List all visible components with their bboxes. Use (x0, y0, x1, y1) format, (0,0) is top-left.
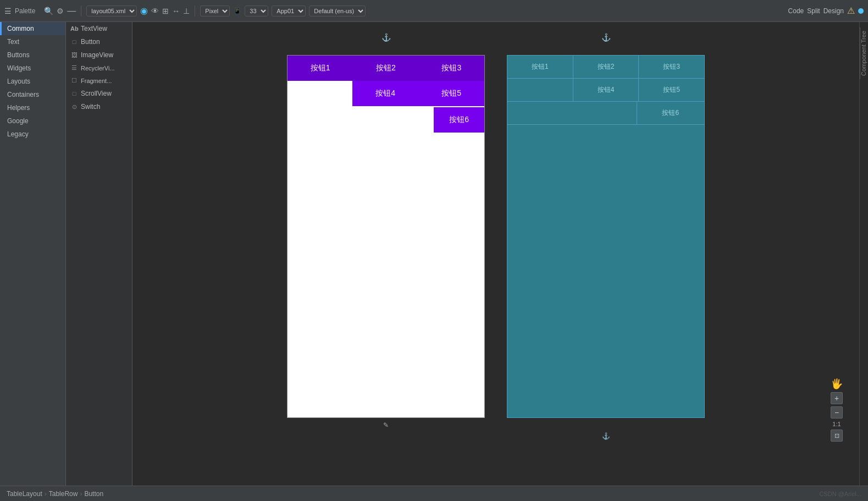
grid-icon[interactable]: ⊞ (162, 7, 169, 15)
toolbar: ☰ Palette 🔍 ⚙ — layout05.xml ◉ 👁 ⊞ ↔ ⊥ P… (0, 0, 868, 22)
breadcrumb-button[interactable]: Button (84, 490, 103, 498)
bp-row-1: 按钮1 按钮2 按钮3 (507, 56, 704, 79)
search-icon[interactable]: 🔍 (44, 7, 53, 15)
hand-cursor-icon: 🖐 (831, 378, 843, 390)
button-icon: □ (70, 38, 78, 45)
component-tree-label: Component Tree (860, 27, 868, 79)
breadcrumb-sep-1: › (45, 490, 47, 498)
component-label-switch: Switch (81, 103, 100, 111)
palette-category-google[interactable]: Google (0, 114, 65, 128)
textview-icon: Ab (70, 25, 78, 32)
palette-categories: Common Text Buttons Widgets Layouts Cont… (0, 22, 66, 486)
bp-row-2: 按钮4 按钮5 (507, 79, 704, 102)
menu-icon: ☰ (4, 7, 12, 15)
component-recyclerview[interactable]: ☰ RecyclerVi... (66, 62, 132, 74)
component-label-recyclerview: RecyclerVi... (81, 65, 115, 71)
zoom-controls: 🖐 + − 1:1 ⊡ (831, 378, 843, 442)
table-row-2-inner: 按钮4 按钮5 (352, 81, 484, 106)
align-icon[interactable]: ⊥ (183, 7, 190, 15)
button-2[interactable]: 按钮2 (353, 56, 418, 81)
breadcrumb-tablelayout[interactable]: TableLayout (7, 490, 42, 498)
palette-panel: Common Text Buttons Widgets Layouts Cont… (0, 22, 132, 486)
palette-category-text[interactable]: Text (0, 35, 65, 48)
settings-icon[interactable]: ⚙ (57, 7, 64, 15)
main-area: Common Text Buttons Widgets Layouts Cont… (0, 22, 868, 486)
switch-icon: ⊙ (70, 103, 78, 111)
palette-label: Palette (15, 7, 35, 15)
zoom-out-button[interactable]: − (831, 406, 843, 419)
bp-cell-2: 按钮2 (573, 56, 639, 78)
credit-label: CSDN @Ariel... (819, 491, 861, 497)
button-1[interactable]: 按钮1 (288, 56, 353, 81)
palette-category-legacy[interactable]: Legacy (0, 128, 65, 141)
pixel-select[interactable]: Pixel (200, 5, 230, 16)
bp-row-3: 按钮6 (507, 102, 704, 125)
arrows-icon[interactable]: ↔ (172, 7, 180, 15)
button-4[interactable]: 按钮4 (352, 81, 418, 106)
component-label-button: Button (81, 38, 100, 46)
phone-icon: 📱 (233, 7, 241, 15)
blueprint-view-container: ⚓ 按钮1 按钮2 按钮3 按钮4 按钮5 按钮6 (507, 44, 705, 429)
filename-select[interactable]: layout05.xml (86, 5, 137, 16)
component-switch[interactable]: ⊙ Switch (66, 100, 132, 113)
notification-dot (858, 8, 864, 14)
component-label-textview: TextView (81, 25, 107, 32)
separator-2 (195, 5, 195, 16)
split-btn[interactable]: Split (807, 7, 820, 15)
eye-icon[interactable]: 👁 (151, 7, 159, 15)
palette-category-common[interactable]: Common (0, 22, 65, 35)
zoom-ratio-label: 1:1 (831, 421, 843, 427)
design-btn[interactable]: Design (823, 7, 844, 15)
app-select[interactable]: App01 (272, 5, 306, 16)
zoom-in-button[interactable]: + (831, 392, 843, 404)
breadcrumb-sep-2: › (80, 490, 82, 498)
component-textview[interactable]: Ab TextView (66, 22, 132, 35)
bp-cell-4: 按钮4 (573, 79, 639, 101)
button-3[interactable]: 按钮3 (419, 56, 484, 81)
design-canvas-area: ⚓ 按钮1 按钮2 按钮3 按钮4 按钮5 按钮6 ✎ (132, 22, 859, 486)
phone-mockup: 按钮1 按钮2 按钮3 按钮4 按钮5 按钮6 (287, 55, 485, 418)
palette-category-widgets[interactable]: Widgets (0, 62, 65, 75)
blueprint-canvas: 按钮1 按钮2 按钮3 按钮4 按钮5 按钮6 (507, 55, 705, 418)
component-scrollview[interactable]: □ ScrollView (66, 87, 132, 100)
component-button[interactable]: □ Button (66, 35, 132, 48)
palette-category-containers[interactable]: Containers (0, 88, 65, 101)
warning-icon: ⚠ (847, 5, 855, 16)
component-imageview[interactable]: 🖼 ImageView (66, 48, 132, 62)
recyclerview-icon: ☰ (70, 64, 78, 71)
phone-design-view: ⚓ 按钮1 按钮2 按钮3 按钮4 按钮5 按钮6 ✎ (287, 44, 485, 418)
anchor-top-blueprint: ⚓ (601, 33, 611, 42)
separator-1 (81, 5, 81, 16)
minus-icon[interactable]: — (67, 6, 76, 16)
palette-components: Ab TextView □ Button 🖼 ImageView ☰ Recyc… (66, 22, 132, 486)
api-select[interactable]: 33 (245, 5, 268, 16)
locale-select[interactable]: Default (en-us) (309, 5, 366, 16)
bp-cell-5: 按钮5 (639, 79, 704, 101)
fragment-icon: ☐ (70, 77, 78, 84)
component-label-imageview: ImageView (81, 51, 113, 59)
bp-cell-1: 按钮1 (507, 56, 573, 78)
button-6[interactable]: 按钮6 (434, 107, 484, 133)
view-mode-controls: Code Split Design ⚠ (788, 5, 864, 16)
imageview-icon: 🖼 (70, 52, 78, 58)
component-label-scrollview: ScrollView (81, 90, 112, 97)
button-5[interactable]: 按钮5 (418, 81, 484, 106)
breadcrumb-tablerow[interactable]: TableRow (49, 490, 78, 498)
table-row-1: 按钮1 按钮2 按钮3 (288, 56, 484, 81)
palette-category-layouts[interactable]: Layouts (0, 75, 65, 88)
bp-cell-empty-1 (507, 79, 573, 101)
anchor-top-design: ⚓ (382, 33, 391, 42)
code-btn[interactable]: Code (788, 7, 804, 15)
table-row-3: 按钮6 (288, 107, 484, 133)
component-fragment[interactable]: ☐ Fragment... (66, 74, 132, 87)
breadcrumb-bar: TableLayout › TableRow › Button CSDN @Ar… (0, 486, 868, 501)
palette-category-helpers[interactable]: Helpers (0, 101, 65, 114)
anchor-bottom-blueprint: ⚓ (602, 432, 610, 440)
fit-screen-button[interactable]: ⊡ (831, 430, 843, 442)
scrollview-icon: □ (70, 90, 78, 97)
bp-cell-3: 按钮3 (639, 56, 704, 78)
component-label-fragment: Fragment... (81, 78, 112, 84)
palette-category-buttons[interactable]: Buttons (0, 48, 65, 62)
anchor-bottom-design: ✎ (383, 421, 389, 429)
theme-icon[interactable]: ◉ (140, 5, 148, 16)
